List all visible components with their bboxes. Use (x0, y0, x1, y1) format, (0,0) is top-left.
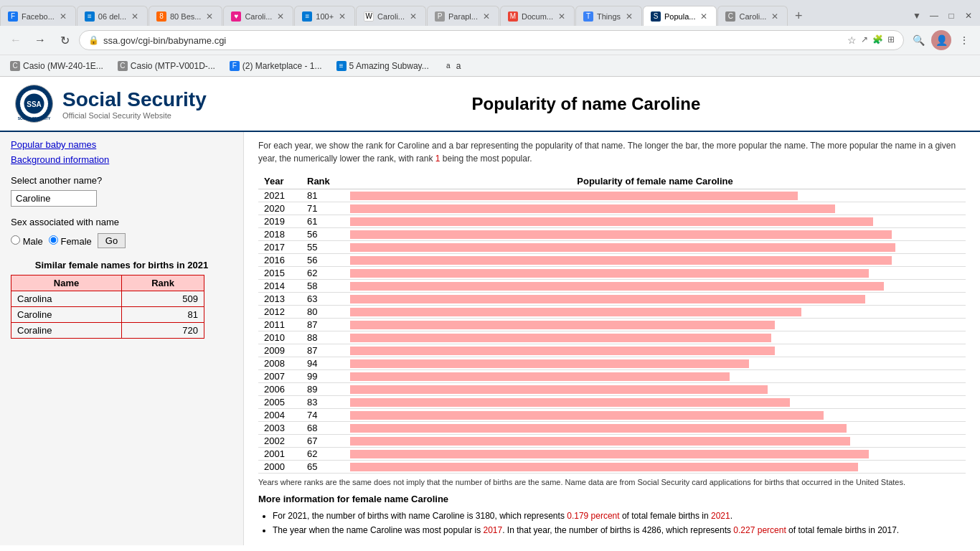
year-cell: 2020 (258, 202, 301, 215)
new-tab-button[interactable]: + (788, 6, 809, 26)
forward-button[interactable]: → (30, 30, 50, 50)
search-icon[interactable]: 🔍 (908, 30, 928, 50)
browser-tab-tab-9[interactable]: TThings✕ (575, 6, 642, 26)
rank-cell: 99 (301, 370, 344, 383)
similar-table-title: Similar female names for births in 2021 (11, 260, 232, 270)
bar-container (350, 346, 960, 356)
popularity-row: 2001 62 (258, 448, 966, 461)
popularity-bar (350, 347, 775, 355)
tab-close-button[interactable]: ✕ (130, 10, 140, 23)
female-radio-label[interactable]: Female (49, 235, 92, 247)
year-cell: 2012 (258, 306, 301, 319)
profile-icon[interactable]: 👤 (931, 30, 951, 50)
background-info-link[interactable]: Background information (11, 154, 232, 165)
tab-close-button[interactable]: ✕ (770, 10, 780, 23)
share-icon[interactable]: ↗ (861, 34, 868, 46)
more-info-bullet-2: The year when the name Caroline was most… (273, 523, 966, 537)
similar-name-row: Caroline81 (11, 307, 204, 323)
browser-tab-tab-2[interactable]: ≡06 del...✕ (77, 6, 148, 26)
browser-tab-tab-10[interactable]: SPopula...✕ (643, 6, 717, 26)
rank-cell: 67 (301, 435, 344, 448)
select-name-label: Select another name? (11, 175, 232, 186)
year-cell: 2009 (258, 344, 301, 357)
year-cell: 2010 (258, 331, 301, 344)
popularity-bar (350, 334, 771, 342)
ssa-title-area: Popularity of name Caroline (207, 94, 966, 114)
bookmark-item[interactable]: ≡5 Amazing Subway... (332, 60, 433, 72)
popularity-bar (350, 217, 873, 226)
bookmark-star-icon[interactable]: ☆ (847, 34, 857, 46)
bookmark-label: Casio (MTP-V001D-... (131, 61, 215, 71)
bar-container (350, 372, 960, 382)
bar-cell (344, 293, 966, 306)
popularity-bar (350, 204, 835, 213)
minimize-button[interactable]: — (927, 9, 941, 23)
browser-tab-tab-11[interactable]: CCaroli...✕ (717, 6, 788, 26)
popularity-row: 2012 80 (258, 306, 966, 319)
bookmark-item[interactable]: aa (439, 60, 466, 72)
browser-tab-tab-6[interactable]: WCaroli...✕ (356, 6, 426, 26)
name-input[interactable] (11, 190, 97, 207)
similar-header-rank: Rank (122, 276, 204, 291)
bar-cell (344, 202, 966, 215)
browser-chrome: FFacebo...✕≡06 del...✕880 Bes...✕♥Caroli… (0, 0, 980, 77)
popularity-bar (350, 282, 884, 291)
address-box[interactable]: 🔒 ssa.gov/cgi-bin/babyname.cgi ☆ ↗ 🧩 ⊞ (79, 30, 904, 50)
close-button[interactable]: ✕ (961, 9, 976, 23)
browser-tab-tab-3[interactable]: 880 Bes...✕ (149, 6, 222, 26)
tab-close-button[interactable]: ✕ (204, 10, 215, 23)
bar-container (350, 449, 960, 459)
bookmark-item[interactable]: CCasio (MW-240-1E... (6, 60, 108, 72)
menu-icon[interactable]: ⋮ (954, 30, 974, 50)
tab-close-button[interactable]: ✕ (408, 10, 418, 23)
bar-cell (344, 267, 966, 280)
bar-cell (344, 370, 966, 383)
reload-button[interactable]: ↻ (55, 30, 75, 50)
similar-name-row: Carolina509 (11, 291, 204, 307)
sidebar-toggle-icon[interactable]: ⊞ (887, 34, 895, 46)
popularity-bar (350, 463, 858, 471)
browser-tab-tab-5[interactable]: ≡100+✕ (294, 6, 355, 26)
browser-tab-tab-8[interactable]: MDocum...✕ (500, 6, 575, 26)
bar-container (350, 462, 960, 472)
tab-close-button[interactable]: ✕ (557, 10, 567, 23)
bar-container (350, 255, 960, 265)
popular-baby-names-link[interactable]: Popular baby names (11, 139, 232, 150)
popularity-row: 2003 68 (258, 422, 966, 435)
browser-tab-tab-1[interactable]: FFacebo...✕ (0, 6, 76, 26)
browser-tab-tab-7[interactable]: PParapl...✕ (427, 6, 499, 26)
go-button[interactable]: Go (98, 233, 126, 248)
male-radio-label[interactable]: Male (11, 235, 43, 247)
browser-tab-tab-4[interactable]: ♥Caroli...✕ (223, 6, 293, 26)
tab-close-button[interactable]: ✕ (624, 10, 634, 23)
extension-icon[interactable]: 🧩 (872, 34, 883, 46)
rank-cell: 63 (301, 293, 344, 306)
male-radio[interactable] (11, 235, 20, 245)
tab-favicon: ≡ (302, 11, 312, 22)
year-cell: 2002 (258, 435, 301, 448)
bar-container (350, 217, 960, 227)
year-cell: 2016 (258, 254, 301, 267)
bar-container (350, 333, 960, 343)
tab-close-button[interactable]: ✕ (58, 10, 68, 23)
bar-cell (344, 409, 966, 422)
rank-cell: 81 (301, 189, 344, 202)
tab-list-button[interactable]: ▼ (910, 9, 924, 23)
tab-close-button[interactable]: ✕ (699, 10, 709, 23)
bookmark-label: a (456, 61, 461, 71)
bar-container (350, 307, 960, 317)
back-button[interactable]: ← (6, 30, 26, 50)
tab-close-button[interactable]: ✕ (481, 10, 491, 23)
tab-close-button[interactable]: ✕ (275, 10, 286, 23)
female-radio[interactable] (49, 235, 58, 245)
bookmark-item[interactable]: F(2) Marketplace - 1... (225, 60, 326, 72)
popularity-row: 2014 58 (258, 280, 966, 293)
similar-name-row: Coraline720 (11, 323, 204, 339)
tab-label: Caroli... (377, 12, 405, 21)
bookmark-item[interactable]: CCasio (MTP-V001D-... (113, 60, 220, 72)
tab-close-button[interactable]: ✕ (337, 10, 347, 23)
year-cell: 2017 (258, 241, 301, 254)
maximize-button[interactable]: □ (944, 9, 958, 23)
bookmark-favicon: C (10, 61, 20, 71)
bar-container (350, 397, 960, 408)
